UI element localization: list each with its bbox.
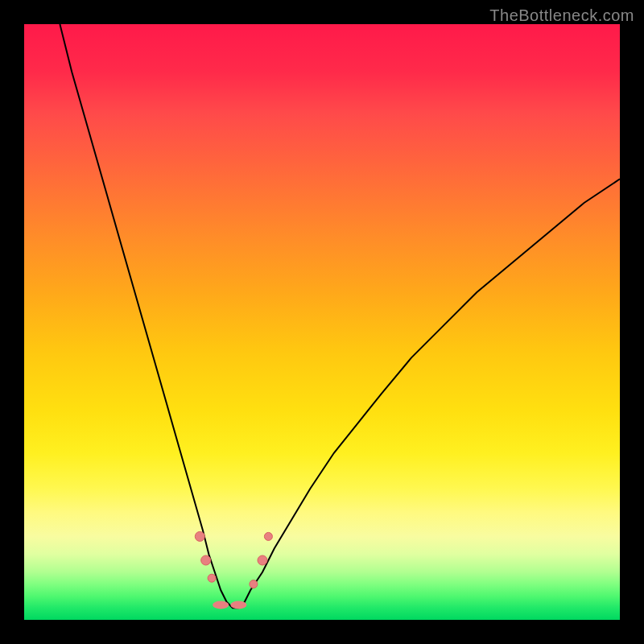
- chart-svg: [24, 24, 620, 620]
- bottleneck-curve: [60, 24, 620, 608]
- plot-area: [24, 24, 620, 620]
- curve-marker: [201, 555, 211, 565]
- curve-marker: [258, 555, 267, 565]
- curve-marker: [264, 532, 272, 540]
- curve-marker: [250, 580, 258, 588]
- curve-group: [60, 24, 620, 608]
- curve-marker: [230, 601, 246, 609]
- curve-marker: [213, 601, 229, 609]
- curve-marker: [208, 574, 216, 582]
- chart-container: TheBottleneck.com: [0, 0, 644, 644]
- curve-marker: [195, 531, 204, 541]
- watermark-text: TheBottleneck.com: [489, 6, 634, 25]
